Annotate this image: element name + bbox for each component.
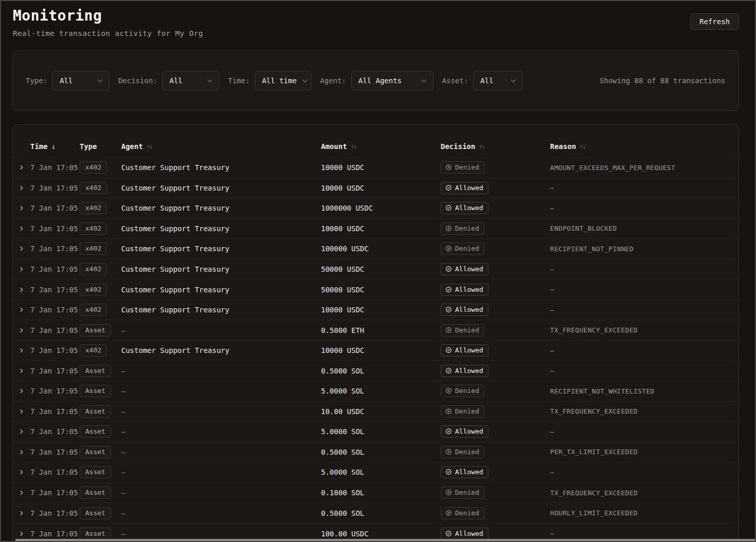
column-header-amount[interactable]: Amount ↑↓ [321, 142, 441, 151]
table-row[interactable]: 7 Jan 17:05 Asset – 10.00 USDC Denied TX… [13, 402, 739, 422]
type-badge: x402 [80, 161, 107, 174]
expand-row-button[interactable] [18, 225, 30, 232]
table-row[interactable]: 7 Jan 17:05 x402 Customer Support Treasu… [13, 158, 739, 178]
expand-row-button[interactable] [18, 204, 30, 212]
table-row[interactable]: 7 Jan 17:05 x402 Customer Support Treasu… [13, 300, 739, 321]
expand-row-button[interactable] [18, 530, 30, 537]
sort-both-icon: ↑↓ [351, 143, 356, 150]
row-reason: TX_FREQUENCY_EXCEEDED [550, 407, 739, 415]
type-badge: x402 [80, 344, 107, 357]
column-header-reason[interactable]: Reason ↑↓ [550, 142, 739, 151]
table-row[interactable]: 7 Jan 17:05 Asset – 5.0000 SOL Allowed – [13, 422, 739, 442]
table-row[interactable]: 7 Jan 17:05 Asset – 5.0000 SOL Denied RE… [13, 381, 739, 402]
chevron-right-icon [18, 448, 25, 456]
row-reason: – [550, 347, 739, 354]
column-header-decision[interactable]: Decision ↑↓ [441, 142, 550, 151]
chevron-right-icon [18, 327, 25, 334]
asset-select[interactable]: All [473, 71, 523, 90]
circle-x-icon [445, 225, 452, 232]
column-header-time[interactable]: Time ↓ [30, 142, 80, 151]
filter-group-type: Type: All [26, 71, 109, 90]
expand-row-button[interactable] [18, 510, 30, 517]
row-reason: – [550, 469, 739, 476]
chevron-right-icon [18, 489, 25, 496]
decision-badge: Allowed [441, 528, 488, 540]
table-row[interactable]: 7 Jan 17:05 x402 Customer Support Treasu… [13, 198, 739, 219]
table-row[interactable]: 7 Jan 17:05 x402 Customer Support Treasu… [13, 259, 739, 280]
type-select[interactable]: All [52, 71, 109, 90]
table-row[interactable]: 7 Jan 17:05 Asset – 0.5000 SOL Allowed – [13, 361, 739, 381]
expand-row-button[interactable] [18, 367, 30, 375]
row-amount: 0.1000 SOL [321, 489, 441, 497]
circle-check-icon [445, 266, 452, 272]
row-amount: 10000 USDC [321, 346, 441, 354]
decision-label: Allowed [455, 367, 483, 375]
row-time: 7 Jan 17:05 [30, 184, 80, 192]
expand-row-button[interactable] [18, 184, 30, 192]
row-amount: 10000 USDC [321, 184, 441, 192]
row-time: 7 Jan 17:05 [30, 530, 80, 538]
circle-x-icon [445, 489, 452, 496]
row-agent: Customer Support Treasury [121, 265, 321, 273]
decision-label: Allowed [455, 530, 483, 537]
filter-label-time: Time: [228, 77, 250, 85]
expand-row-button[interactable] [18, 387, 30, 395]
table-row[interactable]: 7 Jan 17:05 Asset – 0.5000 SOL Denied PE… [13, 442, 739, 463]
decision-badge: Denied [441, 324, 484, 337]
table-row[interactable]: 7 Jan 17:05 Asset – 0.5000 SOL Denied HO… [13, 503, 739, 524]
row-agent: – [121, 407, 321, 416]
chevron-right-icon [18, 530, 25, 537]
row-reason: TX_FREQUENCY_EXCEEDED [550, 326, 739, 334]
refresh-button[interactable]: Refresh [690, 13, 739, 30]
decision-label: Denied [455, 448, 479, 456]
expand-row-button[interactable] [18, 347, 30, 354]
chevron-right-icon [18, 428, 25, 435]
page-header: Monitoring Real-time transaction activit… [1, 1, 755, 49]
decision-select[interactable]: All [162, 71, 219, 90]
expand-row-button[interactable] [18, 428, 30, 435]
expand-row-button[interactable] [18, 408, 30, 415]
expand-row-button[interactable] [18, 286, 30, 293]
agent-select[interactable]: All Agents [351, 71, 433, 90]
table-row[interactable]: 7 Jan 17:05 Asset – 0.1000 SOL Denied TX… [13, 483, 739, 503]
expand-row-button[interactable] [18, 306, 30, 313]
type-badge: Asset [80, 446, 111, 458]
circle-check-icon [445, 286, 452, 293]
row-time: 7 Jan 17:05 [30, 367, 80, 375]
row-time: 7 Jan 17:05 [30, 245, 80, 253]
chevron-right-icon [18, 469, 25, 476]
circle-x-icon [445, 510, 452, 516]
expand-row-button[interactable] [18, 489, 30, 496]
decision-label: Allowed [455, 184, 483, 192]
row-reason: – [550, 204, 739, 212]
type-badge: Asset [80, 487, 111, 499]
table-row[interactable]: 7 Jan 17:05 x402 Customer Support Treasu… [13, 341, 739, 361]
table-row[interactable]: 7 Jan 17:05 Asset – 0.5000 ETH Denied TX… [13, 320, 739, 341]
expand-row-button[interactable] [18, 245, 30, 252]
expand-row-button[interactable] [18, 164, 30, 171]
row-reason: – [550, 530, 739, 537]
chevron-right-icon [18, 510, 25, 517]
filter-label-type: Type: [26, 77, 47, 85]
expand-row-button[interactable] [18, 469, 30, 476]
expand-row-button[interactable] [18, 266, 30, 273]
decision-badge: Allowed [441, 202, 488, 214]
row-time: 7 Jan 17:05 [30, 448, 80, 456]
table-row[interactable]: 7 Jan 17:05 Asset – 5.0000 SOL Allowed – [13, 462, 739, 483]
column-header-agent[interactable]: Agent ↑↓ [121, 142, 321, 151]
decision-badge: Denied [441, 385, 484, 397]
decision-label: Allowed [455, 468, 483, 476]
table-row[interactable]: 7 Jan 17:05 x402 Customer Support Treasu… [13, 279, 739, 300]
row-amount: 10000 USDC [321, 163, 441, 172]
transactions-table: Time ↓ Type Agent ↑↓ Amount ↑↓ Decision … [12, 124, 739, 542]
table-row[interactable]: 7 Jan 17:05 x402 Customer Support Treasu… [13, 239, 739, 259]
row-reason: – [550, 266, 739, 273]
table-row[interactable]: 7 Jan 17:05 x402 Customer Support Treasu… [13, 178, 739, 199]
expand-row-button[interactable] [18, 327, 30, 334]
expand-row-button[interactable] [18, 448, 30, 456]
time-select[interactable]: All time [255, 71, 311, 90]
circle-check-icon [445, 367, 452, 374]
row-agent: – [121, 489, 321, 497]
row-time: 7 Jan 17:05 [30, 489, 80, 497]
table-row[interactable]: 7 Jan 17:05 x402 Customer Support Treasu… [13, 219, 739, 239]
